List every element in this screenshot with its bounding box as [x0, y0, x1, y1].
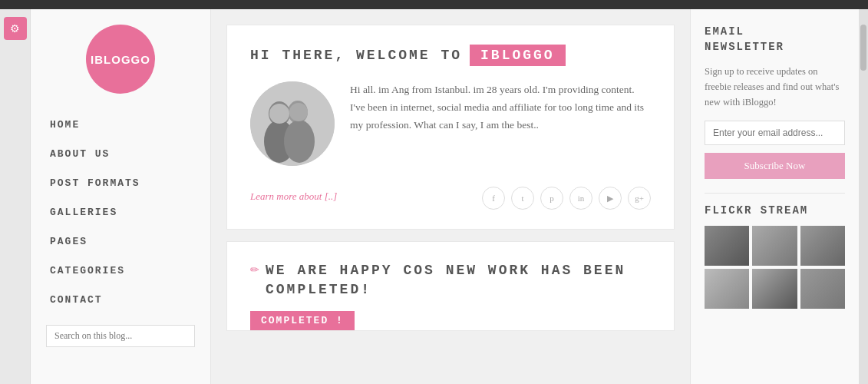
search-input[interactable]: [46, 325, 195, 347]
flickr-grid: [705, 226, 845, 309]
pinterest-icon[interactable]: p: [540, 187, 563, 210]
about-text: Hi all. im Ang from Istanbul. im 28 year…: [350, 81, 651, 134]
flickr-title: FLICKR STREAM: [705, 204, 845, 217]
facebook-icon[interactable]: f: [482, 187, 505, 210]
nav-item-galleries[interactable]: GALLERIES: [31, 197, 210, 226]
nav-link-categories[interactable]: CATEGORIES: [50, 265, 125, 276]
scrollbar[interactable]: [859, 9, 868, 384]
flickr-thumb-3[interactable]: [800, 226, 845, 266]
nav-link-contact[interactable]: CONTACT: [50, 294, 103, 306]
email-input[interactable]: [705, 121, 845, 145]
about-card-title-row: HI THERE, WELCOME TO IBLOGGO: [250, 45, 651, 66]
main-content: HI THERE, WELCOME TO IBLOGGO: [211, 9, 690, 384]
about-card: HI THERE, WELCOME TO IBLOGGO: [226, 25, 675, 230]
nav-link-post-formats[interactable]: POST FORMATS: [50, 177, 140, 189]
svg-point-5: [269, 104, 289, 124]
googleplus-icon[interactable]: g+: [628, 187, 651, 210]
completed-badge: COMPLETED !: [250, 311, 355, 330]
widget-divider: [705, 193, 845, 194]
top-bar: [0, 0, 868, 9]
nav-link-about[interactable]: ABOUT US: [50, 148, 110, 160]
nav-link-home[interactable]: HOME: [50, 119, 80, 131]
about-card-title-pre: HI THERE, WELCOME TO: [250, 48, 462, 63]
gear-strip: ⚙: [0, 9, 31, 384]
social-icons: f t p in ▶ g+: [482, 187, 651, 210]
avatar: [250, 81, 335, 166]
youtube-icon[interactable]: ▶: [599, 187, 622, 210]
nav-item-pages[interactable]: PAGES: [31, 226, 210, 255]
right-sidebar: EMAILNEWSLETTER Sign up to receive updat…: [690, 9, 859, 384]
flickr-thumb-6[interactable]: [800, 269, 845, 309]
nav-link-pages[interactable]: PAGES: [50, 236, 87, 247]
svg-point-4: [284, 120, 315, 163]
svg-point-6: [289, 103, 308, 121]
nav-item-post-formats[interactable]: POST FORMATS: [31, 167, 210, 197]
gear-button[interactable]: ⚙: [4, 17, 27, 40]
about-card-title-badge: IBLOGGO: [470, 45, 566, 66]
twitter-icon[interactable]: t: [511, 187, 534, 210]
linkedin-icon[interactable]: in: [569, 187, 592, 210]
edit-icon: ✏: [250, 263, 259, 276]
flickr-thumb-4[interactable]: [705, 269, 749, 309]
flickr-thumb-5[interactable]: [752, 269, 797, 309]
newsletter-description: Sign up to receive updates on freebie re…: [705, 64, 845, 110]
news-card-title-row: ✏ WE ARE HAPPY COS NEW WORK HAS BEEN COM…: [250, 261, 651, 300]
main-layout: ⚙ IBLOGGO HOME ABOUT US POST FORMATS GAL…: [0, 9, 868, 384]
newsletter-title: EMAILNEWSLETTER: [705, 25, 845, 55]
nav-item-about[interactable]: ABOUT US: [31, 138, 210, 167]
nav-item-home[interactable]: HOME: [31, 109, 210, 138]
flickr-thumb-1[interactable]: [705, 226, 749, 266]
avatar-image: [250, 81, 335, 166]
subscribe-button[interactable]: Subscribe Now: [705, 153, 845, 179]
flickr-thumb-2[interactable]: [752, 226, 797, 266]
news-card: ✏ WE ARE HAPPY COS NEW WORK HAS BEEN COM…: [226, 241, 675, 331]
news-card-title: WE ARE HAPPY COS NEW WORK HAS BEEN COMPL…: [266, 261, 651, 300]
logo: IBLOGGO: [86, 25, 155, 94]
scrollbar-thumb[interactable]: [860, 25, 866, 71]
nav-menu: HOME ABOUT US POST FORMATS GALLERIES PAG…: [31, 109, 210, 313]
about-content: Hi all. im Ang from Istanbul. im 28 year…: [250, 81, 651, 166]
nav-link-galleries[interactable]: GALLERIES: [50, 207, 117, 218]
learn-more-link[interactable]: Learn more about [..]: [250, 190, 337, 203]
left-sidebar: IBLOGGO HOME ABOUT US POST FORMATS GALLE…: [31, 9, 211, 384]
nav-item-categories[interactable]: CATEGORIES: [31, 255, 210, 284]
nav-item-contact[interactable]: CONTACT: [31, 284, 210, 313]
